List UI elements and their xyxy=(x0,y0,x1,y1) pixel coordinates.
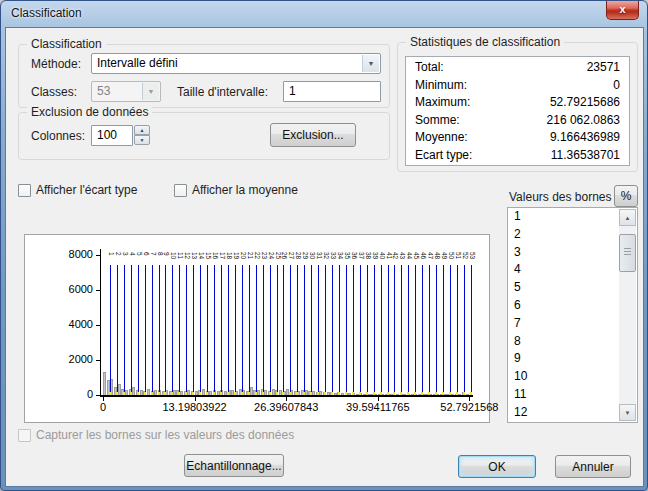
colonnes-stepper[interactable]: ▲ ▼ xyxy=(134,125,150,146)
break-line[interactable] xyxy=(443,265,444,395)
break-line[interactable] xyxy=(353,265,354,395)
spin-up-icon[interactable]: ▲ xyxy=(134,125,150,135)
break-line[interactable] xyxy=(131,265,132,395)
checkbox-icon[interactable] xyxy=(174,184,187,197)
histogram-bar xyxy=(396,394,399,395)
break-line-label: 42 xyxy=(392,252,398,259)
break-line[interactable] xyxy=(401,265,402,395)
break-line[interactable] xyxy=(117,265,118,395)
list-item[interactable]: 11 xyxy=(508,386,637,404)
break-line[interactable] xyxy=(145,265,146,395)
checkbox-icon[interactable] xyxy=(18,184,31,197)
colonnes-input[interactable]: 100 xyxy=(91,125,133,146)
title-bar[interactable]: Classification x xyxy=(1,1,647,27)
annuler-button[interactable]: Annuler xyxy=(555,455,631,478)
scroll-up-icon[interactable]: ▲ xyxy=(619,209,636,226)
break-line[interactable] xyxy=(318,265,319,395)
break-line-label: 43 xyxy=(399,252,405,259)
break-line[interactable] xyxy=(193,265,194,395)
break-line[interactable] xyxy=(381,265,382,395)
break-line[interactable] xyxy=(256,265,257,395)
break-line[interactable] xyxy=(228,265,229,395)
list-item[interactable]: 5 xyxy=(508,279,637,297)
break-line[interactable] xyxy=(415,265,416,395)
break-line[interactable] xyxy=(394,265,395,395)
list-item[interactable]: 4 xyxy=(508,261,637,279)
percent-button[interactable]: % xyxy=(614,185,638,207)
list-item[interactable]: 10 xyxy=(508,368,637,386)
close-button[interactable]: x xyxy=(606,1,639,20)
break-line[interactable] xyxy=(374,265,375,395)
break-line[interactable] xyxy=(464,265,465,395)
histogram-chart[interactable]: 02000400060008000013.1980392226.39607843… xyxy=(24,234,490,423)
checkbox-afficher-moyenne[interactable]: Afficher la moyenne xyxy=(174,183,298,197)
break-line[interactable] xyxy=(152,265,153,395)
break-line[interactable] xyxy=(422,265,423,395)
methode-combobox[interactable]: Intervalle défini ▼ xyxy=(91,53,381,74)
break-tick-icon xyxy=(282,392,284,395)
checkbox-afficher-ecart-type[interactable]: Afficher l'écart type xyxy=(18,183,137,197)
bornes-items: 123456789101112 xyxy=(508,208,637,422)
break-line[interactable] xyxy=(360,265,361,395)
ok-button[interactable]: OK xyxy=(458,455,536,478)
scrollbar-thumb[interactable] xyxy=(619,234,636,272)
list-item[interactable]: 12 xyxy=(508,404,637,422)
break-line[interactable] xyxy=(388,265,389,395)
break-line[interactable] xyxy=(450,265,451,395)
break-line[interactable] xyxy=(110,265,111,395)
break-line[interactable] xyxy=(367,265,368,395)
break-line[interactable] xyxy=(339,265,340,395)
break-line-label: 23 xyxy=(261,252,267,259)
list-item[interactable]: 3 xyxy=(508,244,637,262)
list-item[interactable]: 9 xyxy=(508,350,637,368)
break-line[interactable] xyxy=(311,265,312,395)
break-line[interactable] xyxy=(332,265,333,395)
break-line[interactable] xyxy=(429,265,430,395)
histogram-bar xyxy=(411,394,414,395)
break-line[interactable] xyxy=(457,265,458,395)
break-line[interactable] xyxy=(297,265,298,395)
break-line[interactable] xyxy=(235,265,236,395)
break-line[interactable] xyxy=(138,265,139,395)
spin-down-icon[interactable]: ▼ xyxy=(134,135,150,145)
break-line-label: 37 xyxy=(358,252,364,259)
break-line[interactable] xyxy=(186,265,187,395)
break-line[interactable] xyxy=(346,265,347,395)
break-line-label: 49 xyxy=(441,252,447,259)
break-line[interactable] xyxy=(221,265,222,395)
exclusion-button[interactable]: Exclusion... xyxy=(270,123,356,147)
break-line[interactable] xyxy=(165,265,166,395)
break-line[interactable] xyxy=(325,265,326,395)
bornes-scrollbar[interactable]: ▲ ▼ xyxy=(619,209,636,421)
break-line[interactable] xyxy=(200,265,201,395)
scroll-down-icon[interactable]: ▼ xyxy=(619,404,636,421)
break-line[interactable] xyxy=(436,265,437,395)
break-line[interactable] xyxy=(242,265,243,395)
echantillonnage-button[interactable]: Echantillonnage... xyxy=(184,454,284,477)
taille-intervalle-input[interactable]: 1 xyxy=(283,81,381,102)
chevron-down-icon[interactable]: ▼ xyxy=(362,55,379,72)
break-line[interactable] xyxy=(179,265,180,395)
list-item[interactable]: 8 xyxy=(508,333,637,351)
break-line[interactable] xyxy=(283,265,284,395)
x-axis-tick-label: 13.19803922 xyxy=(162,401,226,413)
list-item[interactable]: 1 xyxy=(508,208,637,226)
list-item[interactable]: 6 xyxy=(508,297,637,315)
break-line[interactable] xyxy=(159,265,160,395)
list-item[interactable]: 2 xyxy=(508,226,637,244)
break-line[interactable] xyxy=(304,265,305,395)
break-line-label: 3 xyxy=(122,252,128,256)
bornes-listbox[interactable]: 123456789101112 ▲ ▼ xyxy=(507,207,638,423)
break-line[interactable] xyxy=(214,265,215,395)
break-line[interactable] xyxy=(270,265,271,395)
break-line[interactable] xyxy=(172,265,173,395)
break-line[interactable] xyxy=(290,265,291,395)
break-line[interactable] xyxy=(277,265,278,395)
break-line[interactable] xyxy=(471,265,472,395)
break-line[interactable] xyxy=(263,265,264,395)
list-item[interactable]: 7 xyxy=(508,315,637,333)
break-line[interactable] xyxy=(207,265,208,395)
break-line[interactable] xyxy=(408,265,409,395)
break-line[interactable] xyxy=(124,265,125,395)
break-line[interactable] xyxy=(249,265,250,395)
